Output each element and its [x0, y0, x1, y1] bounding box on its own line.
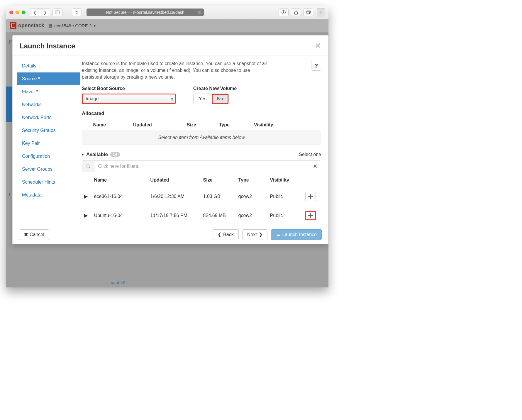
chevron-down-icon[interactable]: ▾	[82, 152, 84, 157]
cell-updated: 1/6/20 12:30 AM	[148, 187, 201, 206]
available-table: Name Updated Size Type Visibility ▶	[82, 173, 321, 225]
cell-visibility: Public	[268, 187, 303, 206]
cell-name: Ubuntu-16-04	[92, 206, 148, 225]
chevron-down-icon: ▾	[94, 23, 96, 28]
window-zoom-icon[interactable]	[22, 11, 26, 14]
select-caret-icon: ▴▾	[171, 96, 173, 101]
nav-back-button[interactable]: ❮	[30, 9, 40, 16]
col-visibility: Visibility	[252, 119, 306, 131]
nav-scheduler-hints[interactable]: Scheduler Hints	[17, 176, 80, 189]
brand-logo[interactable]: openstack	[10, 22, 44, 29]
modal-title: Launch Instance	[20, 42, 75, 50]
create-volume-label: Create New Volume	[193, 86, 237, 91]
reload-icon[interactable]: ↻	[198, 10, 201, 15]
boot-source-value: Image	[86, 96, 99, 101]
nav-back-forward: ❮ ❯	[30, 8, 50, 16]
nav-details[interactable]: Details	[17, 60, 80, 72]
nav-network-ports[interactable]: Network Ports	[17, 111, 80, 124]
reload-button[interactable]: ↻	[72, 9, 82, 16]
close-icon: ✖	[24, 232, 28, 237]
window-icon: ▦	[48, 23, 52, 28]
window-controls	[9, 11, 26, 14]
cell-updated: 11/17/19 7:56 PM	[148, 206, 201, 225]
bg-active-marker	[6, 87, 12, 122]
wizard-content: ? Instance source is the template used t…	[80, 55, 328, 225]
cell-name: ece361-16.04	[92, 187, 148, 206]
back-button[interactable]: ❮ Back	[213, 229, 239, 240]
col-updated: Updated	[131, 119, 184, 131]
tabs-button[interactable]	[303, 9, 313, 16]
modal-body: Details Source Flavor Networks Network P…	[13, 55, 328, 225]
nav-forward-button[interactable]: ❯	[40, 9, 50, 16]
share-button[interactable]	[291, 9, 301, 16]
filter-clear-button[interactable]: ✕	[309, 161, 321, 172]
nav-server-groups[interactable]: Server Groups	[17, 163, 80, 176]
next-button[interactable]: Next ❯	[242, 229, 267, 240]
form-row: Select Boot Source Image ▴▾ Create New V…	[82, 86, 321, 104]
help-button[interactable]: ?	[311, 61, 321, 71]
url-text: Not Secure — n-portal.savitestbed.ca/das…	[106, 10, 184, 15]
new-tab-button[interactable]: +	[317, 8, 325, 16]
cell-size: 1.03 GB	[201, 187, 236, 206]
window-close-icon[interactable]	[9, 11, 13, 14]
cancel-button[interactable]: ✖ Cancel	[19, 229, 49, 240]
col-size: Size	[201, 173, 236, 187]
col-name: Name	[92, 173, 148, 187]
modal-header: Launch Instance ✕	[13, 35, 328, 55]
svg-line-7	[89, 167, 90, 168]
nav-metadata[interactable]: Metadata	[17, 189, 80, 201]
add-button[interactable]: ➕	[305, 192, 316, 201]
cloud-upload-icon: ☁	[276, 232, 281, 237]
window-minimize-icon[interactable]	[16, 11, 19, 14]
modal-footer: ✖ Cancel ❮ Back Next ❯ ☁ Launch Instance	[13, 225, 328, 244]
launch-label: Launch Instance	[282, 232, 317, 237]
cell-type: qcow2	[236, 187, 268, 206]
allocated-title: Allocated	[82, 111, 321, 116]
filter-input[interactable]	[94, 161, 309, 172]
expand-row-icon[interactable]: ▶	[82, 206, 92, 225]
launch-instance-button[interactable]: ☁ Launch Instance	[271, 229, 322, 240]
svg-rect-4	[306, 11, 309, 14]
project-selector[interactable]: ▦ ece1548 • CORE-2 ▾	[48, 23, 96, 28]
downloads-button[interactable]	[279, 9, 289, 16]
bg-text: P	[9, 40, 12, 45]
openstack-icon	[10, 22, 16, 29]
filter-bar: ✕	[82, 160, 321, 172]
expand-row-icon[interactable]: ▶	[82, 187, 92, 206]
svg-rect-5	[307, 11, 310, 13]
nav-networks[interactable]: Networks	[17, 98, 80, 111]
available-header: ▾ Available 14 Select one	[82, 152, 321, 158]
col-type: Type	[217, 119, 252, 131]
boot-source-select[interactable]: Image ▴▾	[82, 94, 176, 104]
close-button[interactable]: ✕	[315, 41, 321, 50]
col-visibility: Visibility	[268, 173, 303, 187]
next-label: Next	[247, 232, 257, 237]
brand-text: openstack	[18, 23, 44, 29]
sidebar-toggle-button[interactable]	[52, 9, 62, 16]
nav-flavor[interactable]: Flavor	[17, 85, 80, 98]
page-background: openstack ▦ ece1548 • CORE-2 ▾ P I imant…	[6, 19, 328, 287]
bg-text: I	[9, 192, 10, 197]
create-volume-toggle: Yes No	[193, 94, 229, 104]
cancel-label: Cancel	[30, 232, 44, 237]
project-crumb-text: ece1548 • CORE-2	[54, 23, 92, 28]
available-title: Available	[86, 152, 108, 158]
toggle-no[interactable]: No	[212, 94, 228, 104]
browser-toolbar: ❮ ❯ ↻ Not Secure — n-portal.savitestbed.…	[6, 6, 328, 19]
bg-link[interactable]: imant-k8	[109, 280, 126, 285]
col-updated: Updated	[148, 173, 201, 187]
nav-source[interactable]: Source	[17, 72, 80, 85]
boot-source-label: Select Boot Source	[82, 86, 176, 91]
toggle-yes[interactable]: Yes	[194, 94, 212, 104]
allocated-placeholder: Select an item from Available items belo…	[82, 131, 321, 144]
nav-key-pair[interactable]: Key Pair	[17, 137, 80, 150]
nav-configuration[interactable]: Configuration	[17, 150, 80, 163]
table-row: ▶ Ubuntu-16-04 11/17/19 7:56 PM 824.69 M…	[82, 206, 321, 225]
nav-security-groups[interactable]: Security Groups	[17, 124, 80, 137]
add-button[interactable]: ➕	[305, 211, 316, 220]
chevron-right-icon: ❯	[259, 232, 262, 237]
url-bar[interactable]: Not Secure — n-portal.savitestbed.ca/das…	[87, 9, 204, 16]
available-count-badge: 14	[110, 152, 120, 157]
chevron-left-icon: ❮	[218, 232, 221, 237]
cell-type: qcow2	[236, 206, 268, 225]
